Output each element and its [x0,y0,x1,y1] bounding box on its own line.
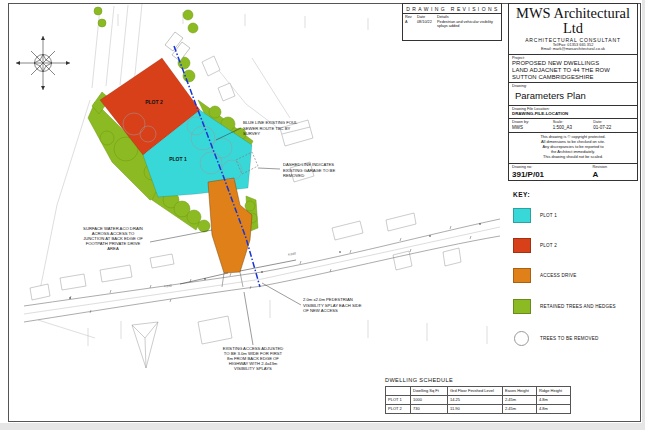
copyright-note: This drawing is © copyright protected. A… [509,133,637,164]
drawing-revisions-box: DRAWING REVISIONS Rev Date Details A 08/… [402,3,502,41]
drawing-no-label: Drawing no: [512,165,578,169]
project-line-2: LAND ADJACNET TO 44 THE ROW [512,67,634,74]
plot1-swatch [513,208,531,223]
drawing-sheet: PLOT 2 PLOT 1 BLUE LINE EXISTING FOUL SE… [0,0,645,430]
dwelling-schedule-table: Dwelling Sq Ft Grd Floor Finished Level … [385,386,571,414]
drawn-by-label: Drawn by: [512,120,553,124]
key-item-access-drive: ACCESS DRIVE [513,268,616,283]
scale-value: 1:500_A3 [553,125,594,130]
revision-row-rev: A [405,20,417,29]
table-row: PLOT 2 730 11.90 2.45m 4.8m [386,404,571,413]
project-line-1: PROPOSED NEW DWELLINGS [512,60,634,67]
file-location-value: DRAWING-FILE-LOCATION [512,111,634,116]
retained-trees-key-label: RETAINED TREES AND HEDGES [540,304,616,310]
company-name: MWS Architectural Ltd [512,6,634,36]
revision-row-date: 08/10/22 [417,20,437,29]
revision-value: A [592,170,634,179]
retained-trees-swatch [513,299,531,314]
drawing-no-value: 391/P/01 [512,170,578,179]
title-block: MWS Architectural Ltd ARCHITECTURAL CONS… [508,3,638,181]
drawn-by-value: MWS [512,125,553,130]
key-item-retained-trees: RETAINED TREES AND HEDGES [513,299,616,314]
revision-row-details: Pedestrian and vehicular visibility spla… [437,20,499,29]
company-email: Email: mark@mwsarchitectural.co.uk [512,47,634,52]
plot1-key-label: PLOT 1 [540,213,616,219]
project-line-3: SUTTON CAMBRIDGESHIRE [512,74,634,81]
revisions-col-rev: Rev [405,15,417,19]
access-drive-swatch [513,268,531,283]
plot2-key-label: PLOT 2 [540,243,616,249]
revisions-col-details: Details [437,15,499,19]
revisions-col-date: Date [417,15,437,19]
drawing-title: Parameters Plan [512,88,634,103]
table-row: PLOT 1 1000 14.25 2.45m 4.8m [386,395,571,404]
key-item-plot1: PLOT 1 [513,208,616,223]
key-item-trees-removed: TREES TO BE REMOVED [513,331,616,346]
trees-removed-key-label: TREES TO BE REMOVED [540,336,616,342]
trees-removed-swatch [514,331,529,346]
key-title: KEY: [513,191,633,198]
table-header-row: Dwelling Sq Ft Grd Floor Finished Level … [386,386,571,395]
date-value: 01-07-22 [593,125,634,130]
dwelling-schedule-title: DWELLING SCHEDULE [385,377,571,383]
access-drive-key-label: ACCESS DRIVE [540,273,616,279]
page-edge-bottom [0,423,645,430]
date-label: Date: [593,120,634,124]
plot2-swatch [513,238,531,253]
revision-label: Revision [592,165,634,169]
key-item-plot2: PLOT 2 [513,238,616,253]
scale-label: Scale: [553,120,594,124]
key-legend: KEY: PLOT 1 PLOT 2 ACCESS DRIVE RETAINED… [513,191,633,198]
revisions-title: DRAWING REVISIONS [403,4,501,14]
dwelling-schedule: DWELLING SCHEDULE Dwelling Sq Ft Grd Flo… [385,377,571,414]
